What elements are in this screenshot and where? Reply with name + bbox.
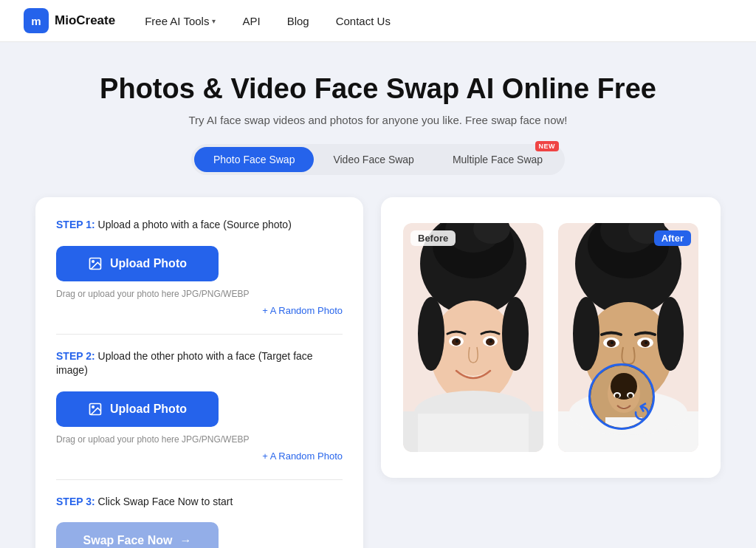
- main-nav: Free AI Tools ▾ API Blog Contact Us: [145, 15, 732, 27]
- svg-point-18: [489, 340, 492, 343]
- svg-point-10: [430, 301, 516, 404]
- svg-point-1: [92, 260, 94, 262]
- tab-video-face-swap[interactable]: Video Face Swap: [314, 147, 433, 172]
- logo-text: MioCreate: [55, 13, 115, 28]
- upload-hint-1: Drag or upload your photo here JPG/PNG/W…: [56, 289, 343, 299]
- new-badge: NEW: [535, 141, 560, 151]
- header: m MioCreate Free AI Tools ▾ API Blog Con…: [0, 0, 756, 42]
- tab-multiple-face-swap[interactable]: Multiple Face Swap NEW: [433, 147, 562, 172]
- nav-free-ai-tools[interactable]: Free AI Tools ▾: [145, 15, 216, 27]
- step1-section: STEP 1: Upload a photo with a face (Sour…: [56, 218, 343, 316]
- nav-api[interactable]: API: [242, 15, 260, 27]
- step2-label: STEP 2: Upload the other photo with a fa…: [56, 349, 343, 378]
- upload-panel: STEP 1: Upload a photo with a face (Sour…: [35, 197, 363, 548]
- step3-section: STEP 3: Click Swap Face Now to start Swa…: [56, 495, 343, 548]
- after-label: After: [654, 230, 691, 246]
- svg-point-44: [615, 394, 619, 398]
- logo[interactable]: m MioCreate: [24, 8, 115, 33]
- logo-icon: m: [24, 8, 49, 33]
- chevron-down-icon: ▾: [212, 17, 216, 25]
- upload-hint-2: Drag or upload your photo here JPG/PNG/W…: [56, 434, 343, 445]
- before-face-image: [403, 223, 543, 452]
- hero-section: Photos & Video Face Swap AI Online Free …: [0, 42, 756, 197]
- upload-icon-2: [88, 402, 103, 417]
- divider-2: [56, 479, 343, 480]
- svg-point-3: [92, 406, 94, 408]
- step2-section: STEP 2: Upload the other photo with a fa…: [56, 349, 343, 462]
- hero-subtitle: Try AI face swap videos and photos for a…: [15, 114, 741, 126]
- upload-photo-btn-1[interactable]: Upload Photo: [56, 246, 219, 281]
- svg-point-12: [502, 297, 529, 371]
- divider-1: [56, 334, 343, 335]
- before-image-wrap: Before: [403, 223, 543, 452]
- svg-point-11: [418, 297, 444, 371]
- swap-face-btn[interactable]: Swap Face Now →: [56, 522, 219, 548]
- random-photo-link-1[interactable]: + A Random Photo: [56, 305, 343, 316]
- mode-tabs: Photo Face Swap Video Face Swap Multiple…: [191, 144, 565, 175]
- svg-point-29: [573, 297, 599, 371]
- random-photo-link-2[interactable]: + A Random Photo: [56, 451, 343, 462]
- upload-icon: [88, 256, 103, 271]
- after-image-wrap: After: [558, 223, 698, 452]
- hero-title: Photos & Video Face Swap AI Online Free: [15, 73, 741, 105]
- svg-point-36: [645, 341, 647, 344]
- step1-label: STEP 1: Upload a photo with a face (Sour…: [56, 218, 343, 233]
- nav-blog[interactable]: Blog: [287, 15, 309, 27]
- demo-panel: Before: [381, 197, 721, 478]
- step3-label: STEP 3: Click Swap Face Now to start: [56, 495, 343, 510]
- svg-point-30: [657, 297, 684, 371]
- upload-photo-btn-2[interactable]: Upload Photo: [56, 391, 219, 427]
- demo-images: Before: [396, 223, 706, 452]
- svg-point-35: [611, 341, 614, 344]
- svg-point-45: [628, 394, 633, 398]
- tab-photo-face-swap[interactable]: Photo Face Swap: [194, 147, 315, 172]
- nav-contact-us[interactable]: Contact Us: [336, 15, 391, 27]
- before-label: Before: [410, 230, 456, 246]
- svg-rect-21: [418, 414, 529, 452]
- svg-point-17: [456, 340, 458, 343]
- main-content: STEP 1: Upload a photo with a face (Sour…: [0, 197, 756, 548]
